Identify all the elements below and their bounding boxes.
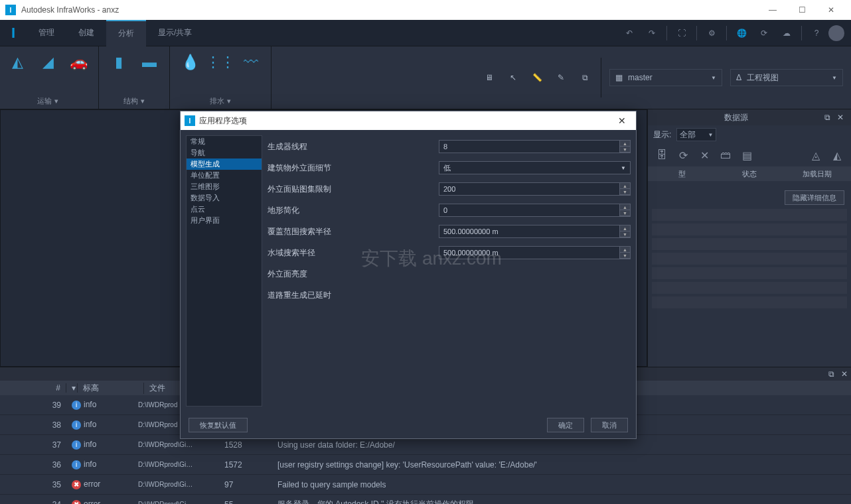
close-button[interactable]: ✕ (816, 0, 846, 20)
log-restore-icon[interactable]: ⧉ (824, 367, 838, 381)
dialog-title: 应用程序选项 (199, 115, 247, 127)
menubar-tab[interactable]: 显示/共享 (146, 20, 204, 46)
road-icon[interactable]: ◢ (37, 52, 58, 73)
add-source-icon[interactable]: 🗄 (655, 148, 669, 162)
refresh-source-icon[interactable]: ⟳ (676, 148, 690, 162)
delete-source-icon[interactable]: ✕ (697, 148, 712, 162)
dialog-footer: 恢复默认值 确定 取消 (181, 412, 636, 438)
filter-icon[interactable]: ◬ (809, 148, 823, 162)
window-controls: — ☐ ✕ (758, 0, 846, 20)
flow-icon[interactable]: 〰 (240, 52, 262, 73)
main-menubar: I 管理创建分析显示/共享 ↶ ↷ ⛶ ⚙ 🌐 ⟳ ☁ ? (0, 20, 851, 46)
column-icon[interactable]: ▮ (108, 52, 129, 73)
log-row[interactable]: 35✖errorD:\IWDRprod\Gi…97Failed to query… (0, 475, 851, 495)
ruler-icon[interactable]: 📏 (529, 70, 545, 86)
option-label: 外立面亮度 (268, 269, 439, 280)
spin-input[interactable]: 0▲▼ (439, 204, 631, 217)
globe-icon[interactable]: 🌐 (731, 23, 752, 44)
filter2-icon[interactable]: ◭ (830, 148, 844, 162)
ribbon-group-label[interactable]: 结构 ▾ (102, 94, 167, 109)
dialog-sidebar-item[interactable]: 数据导入 (187, 192, 262, 204)
log-close-icon[interactable]: ✕ (838, 367, 851, 381)
bridge-icon[interactable]: ▬ (139, 52, 160, 73)
option-label: 生成器线程 (268, 141, 439, 153)
show-label: 显示: (653, 129, 671, 141)
fullscreen-icon[interactable]: ⛶ (671, 23, 692, 44)
close-panel-icon[interactable]: ✕ (834, 111, 847, 124)
datasource-toolbar: 🗄 ⟳ ✕ 🗃 ▤ ◬ ◭ (648, 144, 851, 166)
dialog-sidebar: 常规导航模型生成单位配置三维图形数据导入点云用户界面 (186, 135, 262, 407)
app-icon: I (5, 5, 16, 15)
user-avatar-icon[interactable] (828, 25, 844, 41)
ribbon: ◭◢🚗运输 ▾▮▬结构 ▾💧⋮⋮〰排水 ▾ 🖥 ↖ 📏 ✎ ⧉ ▦ master… (0, 46, 851, 109)
copy-icon[interactable]: ⧉ (577, 70, 593, 86)
network-icon[interactable]: ⋮⋮ (210, 52, 231, 73)
option-label: 道路重生成已延时 (268, 290, 439, 301)
cloud-icon[interactable]: ☁ (776, 23, 797, 44)
show-filter-dropdown[interactable]: 全部▼ (676, 128, 716, 141)
menubar-tab[interactable]: 管理 (27, 20, 66, 46)
proposal-dropdown[interactable]: ▦ master ▼ (609, 69, 722, 86)
log-row[interactable]: 34✖errorD:\IWDRprod\Gi…55服务登录，您的 Autodes… (0, 495, 851, 504)
option-row: 外立面亮度 (268, 267, 631, 281)
spin-input[interactable]: 8▲▼ (439, 140, 631, 153)
cancel-button[interactable]: 取消 (591, 418, 628, 432)
dialog-app-icon: I (185, 115, 195, 126)
car-icon[interactable]: 🚗 (68, 52, 89, 73)
dialog-sidebar-item[interactable]: 模型生成 (187, 158, 262, 170)
undo-icon[interactable]: ↶ (619, 23, 640, 44)
settings-icon[interactable]: ⚙ (701, 23, 722, 44)
dialog-sidebar-item[interactable]: 导航 (187, 147, 262, 158)
layers-icon: ▦ (615, 73, 623, 82)
dialog-sidebar-item[interactable]: 点云 (187, 204, 262, 215)
minimize-button[interactable]: — (758, 0, 787, 20)
dialog-sidebar-item[interactable]: 用户界面 (187, 215, 262, 226)
window-titlebar: I Autodesk InfraWorks - anxz — ☐ ✕ (0, 0, 851, 20)
cursor-icon[interactable]: ↖ (505, 70, 521, 86)
view-dropdown[interactable]: ᐃ 工程视图 ▼ (730, 69, 843, 86)
column-header[interactable]: 状态 (716, 169, 783, 179)
dialog-sidebar-item[interactable]: 常规 (187, 136, 262, 147)
ribbon-group-label[interactable]: 运输 ▾ (0, 94, 96, 109)
option-row: 外立面贴图集限制200▲▼ (268, 182, 631, 196)
app-logo-icon[interactable]: I (0, 25, 27, 42)
spin-input[interactable]: 500.00000000 m▲▼ (439, 225, 631, 238)
menubar-tab[interactable]: 分析 (106, 20, 146, 46)
menubar-right-icons: ↶ ↷ ⛶ ⚙ 🌐 ⟳ ☁ ? (619, 23, 851, 44)
window-title: Autodesk InfraWorks - anxz (21, 5, 119, 15)
ribbon-group-label[interactable]: 排水 ▾ (173, 94, 268, 109)
dialog-titlebar: I 应用程序选项 ✕ (181, 111, 636, 130)
option-row: 建筑物外立面细节低▼ (268, 160, 631, 175)
refresh-icon[interactable]: ⟳ (753, 23, 775, 44)
feature-icon[interactable]: ▤ (739, 148, 754, 162)
restore-icon[interactable]: ⧉ (820, 111, 834, 124)
option-label: 水域搜索半径 (268, 247, 439, 259)
spin-input[interactable]: 500.00000000 m▲▼ (439, 246, 631, 259)
ok-button[interactable]: 确定 (547, 418, 584, 432)
log-row[interactable]: 36iinfoD:\IWDRprod\Gi…1572[user registry… (0, 455, 851, 475)
terrain-icon[interactable]: ◭ (7, 52, 28, 73)
select-input[interactable]: 低▼ (439, 161, 631, 174)
hide-detail-button[interactable]: 隐藏详细信息 (785, 190, 844, 205)
monitor-icon[interactable]: 🖥 (481, 70, 497, 86)
column-header[interactable]: 型 (648, 169, 716, 179)
dialog-sidebar-item[interactable]: 三维图形 (187, 181, 262, 192)
option-label: 覆盖范围搜索半径 (268, 226, 439, 237)
menubar-tab[interactable]: 创建 (66, 20, 106, 46)
app-options-dialog: I 应用程序选项 ✕ 常规导航模型生成单位配置三维图形数据导入点云用户界面 生成… (180, 111, 637, 439)
option-row: 地形简化0▲▼ (268, 203, 631, 218)
help-icon[interactable]: ? (806, 23, 827, 44)
tools-icon[interactable]: ✎ (553, 70, 569, 86)
dialog-content: 生成器线程8▲▼建筑物外立面细节低▼外立面贴图集限制200▲▼地形简化0▲▼覆盖… (268, 135, 631, 407)
spin-input[interactable]: 200▲▼ (439, 182, 631, 196)
ribbon-right: 🖥 ↖ 📏 ✎ ⧉ ▦ master ▼ ᐃ 工程视图 ▼ (481, 46, 851, 109)
maximize-button[interactable]: ☐ (787, 0, 816, 20)
db-icon[interactable]: 🗃 (718, 148, 733, 162)
dialog-sidebar-item[interactable]: 单位配置 (187, 170, 262, 181)
redo-icon[interactable]: ↷ (641, 23, 662, 44)
column-header[interactable]: 加载日期 (783, 169, 851, 179)
option-row: 生成器线程8▲▼ (268, 139, 631, 154)
dialog-close-button[interactable]: ✕ (612, 115, 632, 126)
drop-icon[interactable]: 💧 (179, 52, 200, 73)
reset-defaults-button[interactable]: 恢复默认值 (189, 418, 248, 432)
